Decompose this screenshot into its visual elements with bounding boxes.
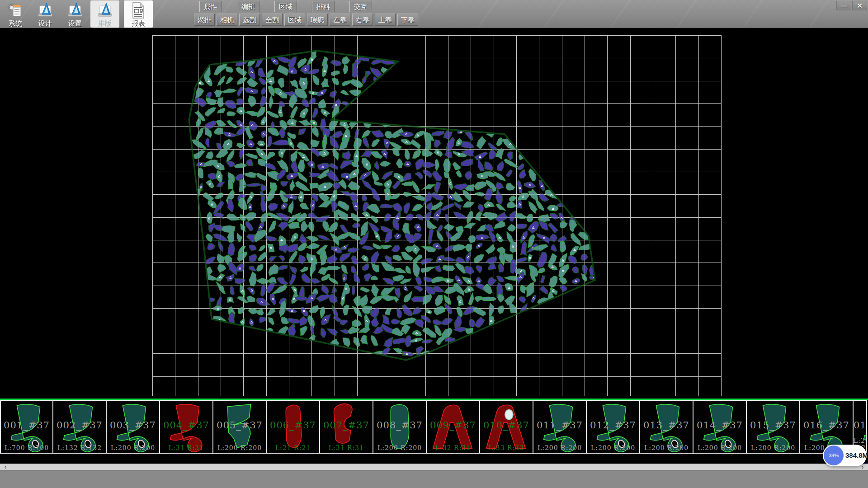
tool-cut-all[interactable]: 全割	[262, 14, 283, 26]
report-icon	[130, 2, 147, 19]
piece-lr-label: L:33 R:33	[480, 444, 533, 451]
piece-thumbnail-014[interactable]: 014_#37L:200 R:200	[693, 400, 747, 454]
piece-thumbnail-004[interactable]: 004_#37L:31 R:31	[160, 400, 213, 454]
piece-id-label: 011_#37	[533, 420, 586, 431]
piece-lr-label: L:31 R:31	[320, 444, 373, 451]
ruler-icon	[96, 2, 113, 19]
menu-edit[interactable]: 编辑	[237, 1, 259, 12]
piece-id-label: 012_#37	[587, 420, 639, 431]
piece-id-label: 003_#37	[107, 420, 159, 431]
app-tab-label: 报表	[132, 19, 145, 28]
piece-lr-label: L:200 R:200	[213, 444, 266, 451]
piece-lr-label: L:200 R:200	[107, 444, 159, 451]
piece-id-label: 014_#37	[693, 420, 746, 431]
piece-thumbnail-strip: 001_#37L:700 R:700002_#37L:132 R:132003_…	[0, 400, 868, 454]
tool-snap-down[interactable]: 下靠	[397, 14, 418, 26]
menu-region[interactable]: 区域	[274, 1, 297, 12]
tool-region[interactable]: 区域	[284, 14, 305, 26]
tool-bar: 聚排相机选割全割区域瑕疵左靠右靠上靠下靠	[194, 14, 418, 26]
piece-id-label: 016_#37	[800, 420, 853, 431]
piece-lr-label: L:32 R:31	[427, 444, 479, 451]
piece-lr-label: L:200 R:200	[640, 444, 693, 451]
app-tab-label: 设置	[68, 19, 82, 28]
piece-thumbnail-013[interactable]: 013_#37L:200 R:200	[640, 400, 693, 454]
tool-snap-up[interactable]: 上靠	[375, 14, 396, 26]
menu-properties[interactable]: 属性	[199, 1, 222, 12]
nesting-canvas[interactable]	[0, 28, 868, 399]
tool-cluster-nest[interactable]: 聚排	[194, 14, 215, 26]
app-tab-label: 排版	[98, 19, 112, 28]
piece-lr-label: L:200 R:200	[533, 444, 586, 451]
horizontal-scrollbar[interactable]: ‹ ›	[0, 464, 868, 470]
memory-percent-badge: 38%	[824, 446, 844, 465]
piece-thumbnail-015[interactable]: 015_#37L:200 R:200	[747, 400, 800, 454]
tool-snap-left[interactable]: 左靠	[330, 14, 350, 26]
application-window: 系统设计设置排版报表 属性编辑区域排料交互 聚排相机选割全割区域瑕疵左靠右靠上靠…	[0, 0, 868, 488]
piece-lr-label: L:21 R:21	[267, 444, 319, 451]
piece-thumbnail-003[interactable]: 003_#37L:200 R:200	[107, 400, 160, 454]
piece-id-label: 001_#37	[1, 420, 52, 431]
piece-thumbnail-001[interactable]: 001_#37L:700 R:700	[0, 400, 53, 454]
piece-thumbnail-005[interactable]: 005_#37L:200 R:200	[213, 400, 267, 454]
piece-id-label: 015_#37	[747, 420, 799, 431]
menu-nest[interactable]: 排料	[312, 1, 335, 12]
piece-id-label: 013_#37	[640, 420, 693, 431]
piece-lr-label: L:200 R:200	[693, 444, 746, 451]
system-icon	[7, 2, 24, 19]
app-tab-label: 系统	[9, 19, 22, 28]
piece-lr-label: L:200 R:200	[373, 444, 426, 451]
app-tab-report[interactable]: 报表	[124, 0, 153, 28]
tool-camera[interactable]: 相机	[217, 14, 237, 26]
tool-select-cut[interactable]: 选割	[239, 14, 260, 26]
piece-id-label: 008_#37	[373, 420, 426, 431]
app-tab-bar: 系统设计设置排版报表	[1, 0, 153, 28]
piece-id-label: 004_#37	[160, 420, 212, 431]
piece-id-label: 007_#37	[320, 420, 373, 431]
status-bar	[0, 470, 868, 488]
piece-id-label: 010_#37	[480, 420, 533, 431]
piece-thumbnail-012[interactable]: 012_#37L:200 R:200	[587, 400, 640, 454]
app-tab-nesting[interactable]: 排版	[90, 0, 119, 28]
piece-lr-label: L:200 R:200	[747, 444, 799, 451]
piece-id-label: 002_#37	[53, 420, 106, 431]
piece-lr-label: L:700 R:700	[1, 444, 52, 451]
piece-thumbnail-008[interactable]: 008_#37L:200 R:200	[373, 400, 427, 454]
close-button[interactable]: ✕	[852, 1, 867, 10]
tool-snap-right[interactable]: 右靠	[352, 14, 373, 26]
memory-badge: 38% 384.8M	[823, 445, 867, 466]
piece-id-label: 006_#37	[267, 420, 319, 431]
scroll-left-icon[interactable]: ‹	[2, 464, 9, 470]
menu-interact[interactable]: 交互	[349, 1, 372, 12]
app-tab-system[interactable]: 系统	[1, 0, 30, 28]
minimize-button[interactable]: —	[836, 1, 851, 10]
memory-value: 384.8M	[845, 445, 868, 466]
menu-bar: 属性编辑区域排料交互	[199, 1, 372, 12]
toolbar: 系统设计设置排版报表 属性编辑区域排料交互 聚排相机选割全割区域瑕疵左靠右靠上靠…	[0, 0, 868, 28]
piece-lr-label: L:31 R:31	[160, 444, 212, 451]
piece-thumbnail-010[interactable]: 010_#37L:33 R:33	[480, 400, 533, 454]
piece-lr-label: L:132 R:132	[53, 444, 106, 451]
piece-lr-label: L:200 R:200	[587, 444, 639, 451]
piece-thumbnail-002[interactable]: 002_#37L:132 R:132	[53, 400, 107, 454]
app-tab-design[interactable]: 设计	[31, 0, 60, 28]
piece-thumbnail-006[interactable]: 006_#37L:21 R:21	[267, 400, 320, 454]
piece-thumbnail-009[interactable]: 009_#37L:32 R:31	[427, 400, 480, 454]
piece-id-label: 009_#37	[427, 420, 479, 431]
piece-id-label: 017_#37	[854, 420, 866, 431]
tool-defect[interactable]: 瑕疵	[307, 14, 328, 26]
app-tab-settings[interactable]: 设置	[61, 0, 90, 28]
piece-id-label: 005_#37	[213, 420, 266, 431]
piece-thumbnail-007[interactable]: 007_#37L:31 R:31	[320, 400, 373, 454]
window-controls: — ✕	[836, 1, 867, 10]
ruler-icon	[37, 2, 54, 19]
ruler-icon	[66, 2, 84, 19]
piece-thumbnail-011[interactable]: 011_#37L:200 R:200	[533, 400, 587, 454]
app-tab-label: 设计	[38, 19, 52, 28]
